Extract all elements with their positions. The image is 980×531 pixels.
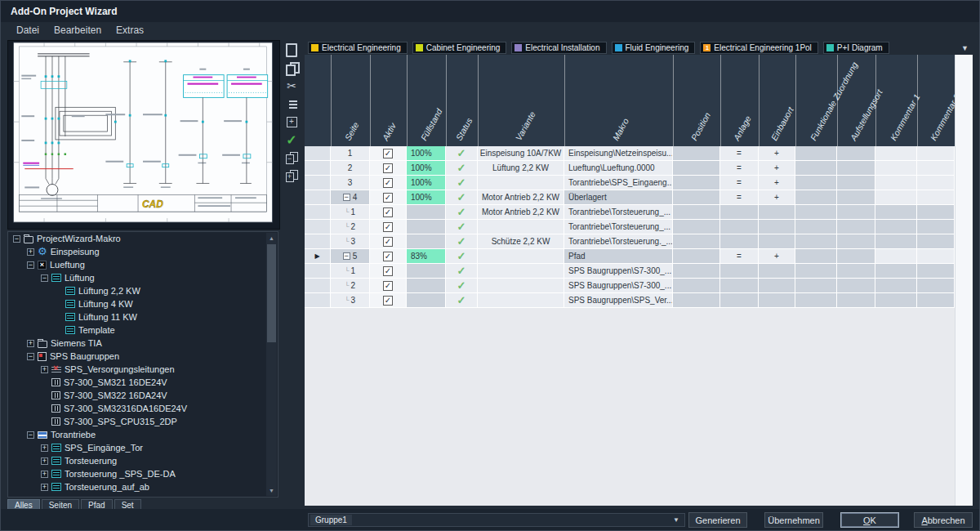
aktiv-checkbox[interactable]: ✓ [383,163,393,173]
aktiv-checkbox[interactable]: ✓ [383,207,393,217]
tree-item[interactable]: −SPS Baugruppen [8,350,278,363]
tree-item[interactable]: −Lueftung [8,258,278,271]
button-generieren[interactable]: Generieren [688,512,747,528]
legend-chip[interactable]: Cabinet Engineering [412,42,507,54]
table-row[interactable]: 2✓100%✓Lüftung 2,2 KWLueftung\Lueftung.0… [305,161,955,176]
aktiv-checkbox[interactable]: ✓ [383,266,393,276]
menu-datei[interactable]: Datei [9,23,47,38]
aktiv-checkbox[interactable]: ✓ [383,281,393,291]
expand-box-icon[interactable]: + [41,444,48,452]
list-options-icon[interactable] [282,96,301,112]
legend-chip[interactable]: Electrical Engineering [308,42,408,54]
aktiv-checkbox[interactable]: ✓ [383,149,393,158]
tree-item[interactable]: +SPS_Versorgungsleitungen [8,363,278,376]
column-header-aufstellungsort[interactable]: Aufstellungsort [837,55,875,146]
column-header-kommentar-2[interactable]: Kommentar 2 [917,55,955,146]
aktiv-checkbox[interactable]: ✓ [383,252,393,261]
button-abbrechen[interactable]: Abbrechen [914,512,973,528]
column-header-seite[interactable]: Seite [331,55,370,146]
group-combobox[interactable]: Gruppe1 ▼ [308,513,685,527]
collapse-box-icon[interactable]: − [27,353,34,360]
table-row[interactable]: −4✓100%✓Motor Antrieb 2,2 KWÜberlagert=+ [305,190,955,205]
column-header-aktiv[interactable]: Aktiv [370,55,407,146]
table-row[interactable]: └1✓✓SPS Baugruppen\S7-300_... [305,264,955,279]
table-row[interactable]: └1✓✓Motor Antrieb 2,2 KWTorantriebe\Tors… [305,205,955,220]
combo-dropdown-icon[interactable]: ▼ [673,516,679,524]
expand-all-icon[interactable] [282,167,301,184]
table-row[interactable]: 3✓100%✓Torantriebe\SPS_Eingaeng...=+ [305,176,955,190]
column-header-funktionale-zuordnung[interactable]: Funktionale Zuordnung [795,55,837,146]
copy-icon[interactable] [282,60,301,76]
column-header-makro[interactable]: Makro [564,55,673,146]
collapse-box-icon[interactable]: − [343,252,350,260]
legend-chip[interactable]: Fluid Engineering [612,42,696,54]
button-ok[interactable]: OK [840,512,899,528]
legend-chip[interactable]: Electrical Installation [511,42,606,54]
aktiv-checkbox[interactable]: ✓ [383,237,393,247]
table-row[interactable]: └2✓✓SPS Baugruppen\S7-300_... [305,279,955,293]
column-header-anlage[interactable]: Anlage [720,55,759,146]
vertical-scrollbar[interactable] [955,55,973,506]
column-header-einbauort[interactable]: Einbauort [759,55,795,146]
tree-item[interactable]: S7-300_SM321 16DE24V [8,376,278,389]
collapse-box-icon[interactable]: − [27,261,34,269]
tree-item[interactable]: S7-300_SM322 16DA24V [8,389,278,402]
tree-item[interactable]: −Lüftung [8,271,278,284]
collapse-box-icon[interactable]: − [41,274,48,282]
menu-extras[interactable]: Extras [109,23,151,38]
tree-item[interactable]: +SPS_Eingänge_Tor [8,441,278,454]
tree-item[interactable]: −Torantriebe [8,428,278,441]
tree-item[interactable]: −ProjectWizard-Makro [8,232,278,245]
expand-box-icon[interactable]: + [27,248,34,256]
column-header-kommentar-1[interactable]: Kommentar 1 [875,55,917,146]
scrollbar-thumb[interactable] [267,244,276,342]
tree-scrollbar[interactable]: ▲ ▼ [266,233,277,496]
table-row[interactable]: └3✓✓SPS Baugruppen\SPS_Ver... [305,293,955,308]
page-icon[interactable] [282,42,301,58]
tree-item[interactable]: +Torsteuerung_auf_ab [8,480,278,493]
expand-box-icon[interactable]: + [41,366,48,373]
table-row[interactable]: 1✓100%✓Einspeisung 10A/7KWEinspeisung\Ne… [305,146,955,161]
tree-item[interactable]: S7-300_SM32316DA16DE24V [8,402,278,415]
aktiv-checkbox[interactable]: ✓ [383,222,393,232]
collapse-box-icon[interactable]: − [27,431,34,439]
column-header-füllstand[interactable]: Füllstand [407,55,446,146]
project-tree[interactable]: −ProjectWizard-Makro+Einspeisung−Lueftun… [7,231,278,498]
expand-box-icon[interactable]: + [41,484,48,491]
aktiv-checkbox[interactable]: ✓ [383,178,393,188]
aktiv-checkbox[interactable]: ✓ [383,296,393,306]
column-header-variante[interactable]: Variante [478,55,564,146]
scroll-up-icon[interactable]: ▲ [266,233,277,243]
tree-item[interactable]: Lüftung 11 KW [8,310,278,324]
collapse-box-icon[interactable]: − [13,235,20,243]
menu-bearbeiten[interactable]: Bearbeiten [47,23,109,38]
column-header-position[interactable]: Position [673,55,720,146]
title-bar[interactable]: Add-On Project Wizard [1,1,979,22]
cut-icon[interactable] [282,78,301,94]
table-row[interactable]: ▶−5✓83%✓Pfad=+ [305,249,955,264]
collapse-box-icon[interactable]: − [343,194,350,201]
apply-check-icon[interactable] [282,132,301,148]
insert-symbol-icon[interactable] [282,114,301,130]
expand-box-icon[interactable]: + [27,340,34,347]
table-dropdown-icon[interactable]: ▼ [961,44,969,52]
expand-box-icon[interactable]: + [41,457,48,465]
button-übernehmen[interactable]: Übernehmen [764,512,823,528]
table-row[interactable]: └3✓✓Schütze 2,2 KWTorantriebe\Torsteueru… [305,234,955,249]
collapse-all-icon[interactable] [282,149,301,166]
tree-item[interactable]: Lüftung 2,2 KW [8,284,278,297]
tree-item[interactable]: +Siemens TIA [8,337,278,350]
legend-chip[interactable]: 1Electrical Engineering 1Pol [700,42,818,54]
table-row[interactable]: └2✓✓Torantriebe\Torsteuerung_... [305,220,955,234]
tree-item[interactable]: +Torsteuerung _SPS_DE-DA [8,467,278,480]
tree-item[interactable]: Lüftung 4 KW [8,297,278,310]
tree-item[interactable]: +Einspeisung [8,245,278,258]
tree-item[interactable]: +Torsteuerung [8,454,278,467]
tree-item[interactable]: Template [8,324,278,337]
scroll-down-icon[interactable]: ▼ [266,485,277,496]
tree-item[interactable]: S7-300_SPS_CPU315_2DP [8,415,278,428]
expand-box-icon[interactable]: + [41,471,48,478]
aktiv-checkbox[interactable]: ✓ [383,193,393,203]
legend-chip[interactable]: P+I Diagram [823,42,889,54]
column-header-status[interactable]: Status [446,55,478,146]
